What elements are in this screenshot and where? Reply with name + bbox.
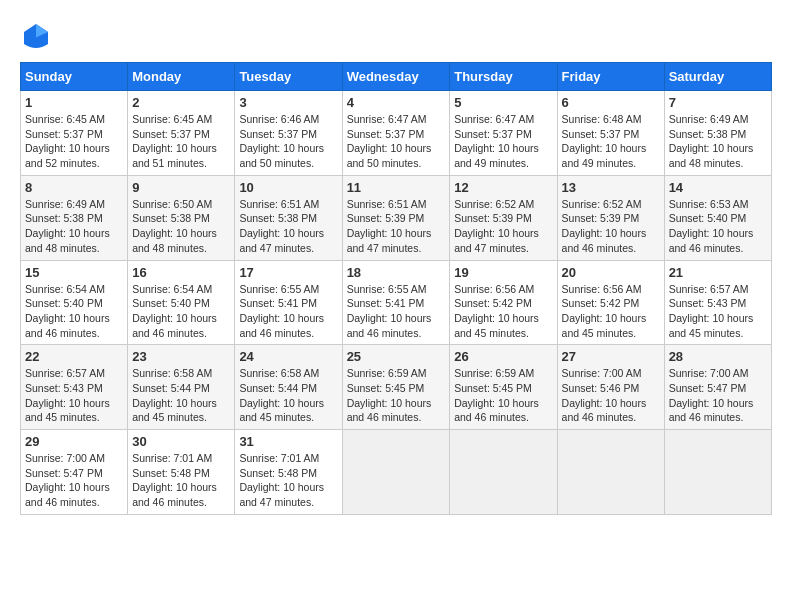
- day-number: 20: [562, 265, 660, 280]
- logo: [20, 20, 56, 52]
- calendar-cell: 9 Sunrise: 6:50 AM Sunset: 5:38 PM Dayli…: [128, 175, 235, 260]
- calendar-cell: 16 Sunrise: 6:54 AM Sunset: 5:40 PM Dayl…: [128, 260, 235, 345]
- calendar-week-row: 29 Sunrise: 7:00 AM Sunset: 5:47 PM Dayl…: [21, 430, 772, 515]
- day-info: Sunrise: 6:45 AM Sunset: 5:37 PM Dayligh…: [25, 113, 110, 169]
- day-info: Sunrise: 6:58 AM Sunset: 5:44 PM Dayligh…: [132, 367, 217, 423]
- day-number: 12: [454, 180, 552, 195]
- calendar-cell: [664, 430, 771, 515]
- weekday-header-row: SundayMondayTuesdayWednesdayThursdayFrid…: [21, 63, 772, 91]
- day-number: 29: [25, 434, 123, 449]
- day-info: Sunrise: 6:59 AM Sunset: 5:45 PM Dayligh…: [347, 367, 432, 423]
- calendar-cell: 11 Sunrise: 6:51 AM Sunset: 5:39 PM Dayl…: [342, 175, 450, 260]
- weekday-header-thursday: Thursday: [450, 63, 557, 91]
- day-number: 13: [562, 180, 660, 195]
- weekday-header-sunday: Sunday: [21, 63, 128, 91]
- day-number: 18: [347, 265, 446, 280]
- day-info: Sunrise: 6:57 AM Sunset: 5:43 PM Dayligh…: [25, 367, 110, 423]
- calendar-cell: 29 Sunrise: 7:00 AM Sunset: 5:47 PM Dayl…: [21, 430, 128, 515]
- weekday-header-wednesday: Wednesday: [342, 63, 450, 91]
- day-info: Sunrise: 6:55 AM Sunset: 5:41 PM Dayligh…: [239, 283, 324, 339]
- day-info: Sunrise: 6:49 AM Sunset: 5:38 PM Dayligh…: [25, 198, 110, 254]
- weekday-header-saturday: Saturday: [664, 63, 771, 91]
- calendar-cell: 2 Sunrise: 6:45 AM Sunset: 5:37 PM Dayli…: [128, 91, 235, 176]
- day-number: 17: [239, 265, 337, 280]
- calendar-cell: 6 Sunrise: 6:48 AM Sunset: 5:37 PM Dayli…: [557, 91, 664, 176]
- calendar-cell: 28 Sunrise: 7:00 AM Sunset: 5:47 PM Dayl…: [664, 345, 771, 430]
- calendar-cell: 12 Sunrise: 6:52 AM Sunset: 5:39 PM Dayl…: [450, 175, 557, 260]
- calendar-cell: 19 Sunrise: 6:56 AM Sunset: 5:42 PM Dayl…: [450, 260, 557, 345]
- calendar-cell: [450, 430, 557, 515]
- day-info: Sunrise: 6:47 AM Sunset: 5:37 PM Dayligh…: [454, 113, 539, 169]
- calendar-cell: 7 Sunrise: 6:49 AM Sunset: 5:38 PM Dayli…: [664, 91, 771, 176]
- day-info: Sunrise: 6:57 AM Sunset: 5:43 PM Dayligh…: [669, 283, 754, 339]
- day-info: Sunrise: 6:52 AM Sunset: 5:39 PM Dayligh…: [562, 198, 647, 254]
- day-number: 6: [562, 95, 660, 110]
- calendar-cell: 13 Sunrise: 6:52 AM Sunset: 5:39 PM Dayl…: [557, 175, 664, 260]
- weekday-header-tuesday: Tuesday: [235, 63, 342, 91]
- calendar-cell: 14 Sunrise: 6:53 AM Sunset: 5:40 PM Dayl…: [664, 175, 771, 260]
- day-number: 9: [132, 180, 230, 195]
- calendar-cell: 17 Sunrise: 6:55 AM Sunset: 5:41 PM Dayl…: [235, 260, 342, 345]
- calendar-cell: 8 Sunrise: 6:49 AM Sunset: 5:38 PM Dayli…: [21, 175, 128, 260]
- day-number: 26: [454, 349, 552, 364]
- calendar-cell: [342, 430, 450, 515]
- day-number: 2: [132, 95, 230, 110]
- day-info: Sunrise: 6:52 AM Sunset: 5:39 PM Dayligh…: [454, 198, 539, 254]
- day-number: 8: [25, 180, 123, 195]
- calendar-cell: 25 Sunrise: 6:59 AM Sunset: 5:45 PM Dayl…: [342, 345, 450, 430]
- day-info: Sunrise: 6:54 AM Sunset: 5:40 PM Dayligh…: [132, 283, 217, 339]
- calendar-week-row: 15 Sunrise: 6:54 AM Sunset: 5:40 PM Dayl…: [21, 260, 772, 345]
- day-number: 10: [239, 180, 337, 195]
- day-info: Sunrise: 6:58 AM Sunset: 5:44 PM Dayligh…: [239, 367, 324, 423]
- logo-icon: [20, 20, 52, 52]
- day-number: 31: [239, 434, 337, 449]
- calendar-cell: 4 Sunrise: 6:47 AM Sunset: 5:37 PM Dayli…: [342, 91, 450, 176]
- day-number: 24: [239, 349, 337, 364]
- day-number: 3: [239, 95, 337, 110]
- weekday-header-monday: Monday: [128, 63, 235, 91]
- calendar-cell: 10 Sunrise: 6:51 AM Sunset: 5:38 PM Dayl…: [235, 175, 342, 260]
- day-info: Sunrise: 6:48 AM Sunset: 5:37 PM Dayligh…: [562, 113, 647, 169]
- calendar-cell: 20 Sunrise: 6:56 AM Sunset: 5:42 PM Dayl…: [557, 260, 664, 345]
- day-info: Sunrise: 6:56 AM Sunset: 5:42 PM Dayligh…: [562, 283, 647, 339]
- day-info: Sunrise: 6:54 AM Sunset: 5:40 PM Dayligh…: [25, 283, 110, 339]
- day-info: Sunrise: 6:51 AM Sunset: 5:39 PM Dayligh…: [347, 198, 432, 254]
- weekday-header-friday: Friday: [557, 63, 664, 91]
- page-header: [20, 20, 772, 52]
- day-info: Sunrise: 6:59 AM Sunset: 5:45 PM Dayligh…: [454, 367, 539, 423]
- day-number: 30: [132, 434, 230, 449]
- day-number: 5: [454, 95, 552, 110]
- day-number: 27: [562, 349, 660, 364]
- day-info: Sunrise: 7:01 AM Sunset: 5:48 PM Dayligh…: [239, 452, 324, 508]
- calendar-cell: 21 Sunrise: 6:57 AM Sunset: 5:43 PM Dayl…: [664, 260, 771, 345]
- calendar-cell: 22 Sunrise: 6:57 AM Sunset: 5:43 PM Dayl…: [21, 345, 128, 430]
- calendar-cell: 1 Sunrise: 6:45 AM Sunset: 5:37 PM Dayli…: [21, 91, 128, 176]
- day-number: 4: [347, 95, 446, 110]
- day-number: 25: [347, 349, 446, 364]
- day-info: Sunrise: 7:00 AM Sunset: 5:46 PM Dayligh…: [562, 367, 647, 423]
- day-number: 14: [669, 180, 767, 195]
- day-info: Sunrise: 6:46 AM Sunset: 5:37 PM Dayligh…: [239, 113, 324, 169]
- day-number: 21: [669, 265, 767, 280]
- day-info: Sunrise: 7:01 AM Sunset: 5:48 PM Dayligh…: [132, 452, 217, 508]
- calendar-cell: 3 Sunrise: 6:46 AM Sunset: 5:37 PM Dayli…: [235, 91, 342, 176]
- day-info: Sunrise: 6:53 AM Sunset: 5:40 PM Dayligh…: [669, 198, 754, 254]
- calendar-cell: 5 Sunrise: 6:47 AM Sunset: 5:37 PM Dayli…: [450, 91, 557, 176]
- calendar-cell: [557, 430, 664, 515]
- calendar-week-row: 22 Sunrise: 6:57 AM Sunset: 5:43 PM Dayl…: [21, 345, 772, 430]
- calendar-cell: 18 Sunrise: 6:55 AM Sunset: 5:41 PM Dayl…: [342, 260, 450, 345]
- calendar-cell: 27 Sunrise: 7:00 AM Sunset: 5:46 PM Dayl…: [557, 345, 664, 430]
- day-info: Sunrise: 7:00 AM Sunset: 5:47 PM Dayligh…: [25, 452, 110, 508]
- day-number: 28: [669, 349, 767, 364]
- day-info: Sunrise: 6:50 AM Sunset: 5:38 PM Dayligh…: [132, 198, 217, 254]
- calendar-cell: 30 Sunrise: 7:01 AM Sunset: 5:48 PM Dayl…: [128, 430, 235, 515]
- calendar-cell: 31 Sunrise: 7:01 AM Sunset: 5:48 PM Dayl…: [235, 430, 342, 515]
- calendar-table: SundayMondayTuesdayWednesdayThursdayFrid…: [20, 62, 772, 515]
- day-info: Sunrise: 6:47 AM Sunset: 5:37 PM Dayligh…: [347, 113, 432, 169]
- calendar-week-row: 1 Sunrise: 6:45 AM Sunset: 5:37 PM Dayli…: [21, 91, 772, 176]
- day-number: 23: [132, 349, 230, 364]
- calendar-cell: 23 Sunrise: 6:58 AM Sunset: 5:44 PM Dayl…: [128, 345, 235, 430]
- day-number: 19: [454, 265, 552, 280]
- day-info: Sunrise: 7:00 AM Sunset: 5:47 PM Dayligh…: [669, 367, 754, 423]
- day-info: Sunrise: 6:49 AM Sunset: 5:38 PM Dayligh…: [669, 113, 754, 169]
